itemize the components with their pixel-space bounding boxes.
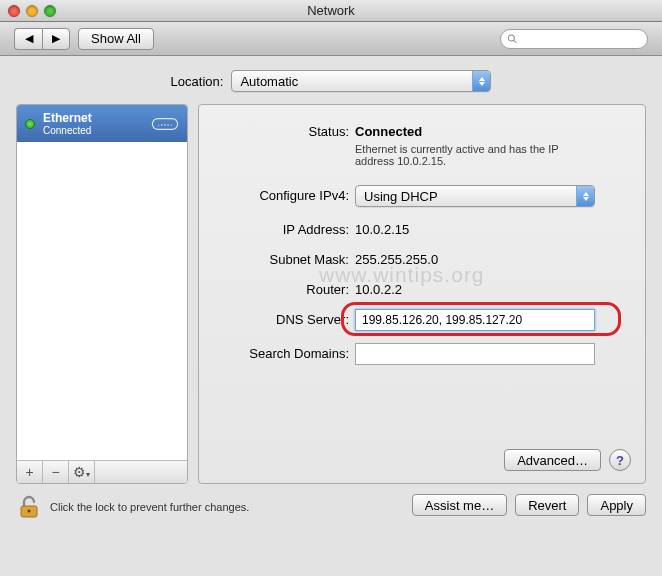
dns-label: DNS Server: bbox=[215, 309, 355, 327]
router-label: Router: bbox=[215, 279, 355, 297]
status-label: Status: bbox=[215, 121, 355, 139]
location-popup[interactable]: Automatic bbox=[231, 70, 491, 92]
sidebar-item-ethernet[interactable]: Ethernet Connected ‹•••› bbox=[17, 105, 187, 142]
service-sidebar: Ethernet Connected ‹•••› + − ⚙▾ bbox=[16, 104, 188, 484]
toolbar: ◀ ▶ Show All bbox=[0, 22, 662, 56]
advanced-button[interactable]: Advanced… bbox=[504, 449, 601, 471]
apply-button[interactable]: Apply bbox=[587, 494, 646, 516]
location-label: Location: bbox=[171, 74, 224, 89]
dns-server-input[interactable] bbox=[355, 309, 595, 331]
service-name: Ethernet bbox=[43, 111, 92, 125]
svg-point-5 bbox=[28, 510, 31, 513]
search-domains-input[interactable] bbox=[355, 343, 595, 365]
show-all-button[interactable]: Show All bbox=[78, 28, 154, 50]
status-value: Connected bbox=[355, 121, 595, 139]
location-value: Automatic bbox=[240, 74, 298, 89]
detail-panel: Status: Connected Ethernet is currently … bbox=[198, 104, 646, 484]
ethernet-icon: ‹•••› bbox=[151, 115, 179, 133]
search-icon bbox=[507, 33, 518, 45]
revert-button[interactable]: Revert bbox=[515, 494, 579, 516]
popup-arrows-icon bbox=[576, 186, 594, 206]
service-action-button[interactable]: ⚙▾ bbox=[69, 461, 95, 483]
svg-line-1 bbox=[514, 40, 517, 43]
search-input[interactable] bbox=[522, 32, 641, 46]
svg-point-0 bbox=[508, 34, 514, 40]
content: Location: Automatic Ethernet Connected ‹… bbox=[0, 56, 662, 576]
mask-label: Subnet Mask: bbox=[215, 249, 355, 267]
help-button[interactable]: ? bbox=[609, 449, 631, 471]
ip-label: IP Address: bbox=[215, 219, 355, 237]
titlebar: Network bbox=[0, 0, 662, 22]
forward-button[interactable]: ▶ bbox=[42, 28, 70, 50]
back-button[interactable]: ◀ bbox=[14, 28, 42, 50]
window-title: Network bbox=[8, 3, 654, 18]
mask-value: 255.255.255.0 bbox=[355, 249, 438, 267]
configure-ipv4-popup[interactable]: Using DHCP bbox=[355, 185, 595, 207]
ip-value: 10.0.2.15 bbox=[355, 219, 409, 237]
add-service-button[interactable]: + bbox=[17, 461, 43, 483]
status-dot-icon bbox=[25, 119, 35, 129]
assist-button[interactable]: Assist me… bbox=[412, 494, 507, 516]
status-desc: Ethernet is currently active and has the… bbox=[355, 143, 595, 167]
config-value: Using DHCP bbox=[364, 189, 438, 204]
popup-arrows-icon bbox=[472, 71, 490, 91]
config-label: Configure IPv4: bbox=[215, 185, 355, 203]
lock-text: Click the lock to prevent further change… bbox=[50, 501, 249, 513]
minimize-button[interactable] bbox=[26, 5, 38, 17]
sidebar-footer: + − ⚙▾ bbox=[17, 460, 187, 483]
service-status: Connected bbox=[43, 125, 92, 136]
close-button[interactable] bbox=[8, 5, 20, 17]
zoom-button[interactable] bbox=[44, 5, 56, 17]
search-field[interactable] bbox=[500, 29, 648, 49]
nav-segment: ◀ ▶ bbox=[14, 28, 70, 50]
lock-icon[interactable] bbox=[16, 494, 42, 520]
location-row: Location: Automatic bbox=[16, 70, 646, 92]
remove-service-button[interactable]: − bbox=[43, 461, 69, 483]
router-value: 10.0.2.2 bbox=[355, 279, 402, 297]
domains-label: Search Domains: bbox=[215, 343, 355, 361]
svg-text:‹•••›: ‹•••› bbox=[157, 121, 173, 127]
